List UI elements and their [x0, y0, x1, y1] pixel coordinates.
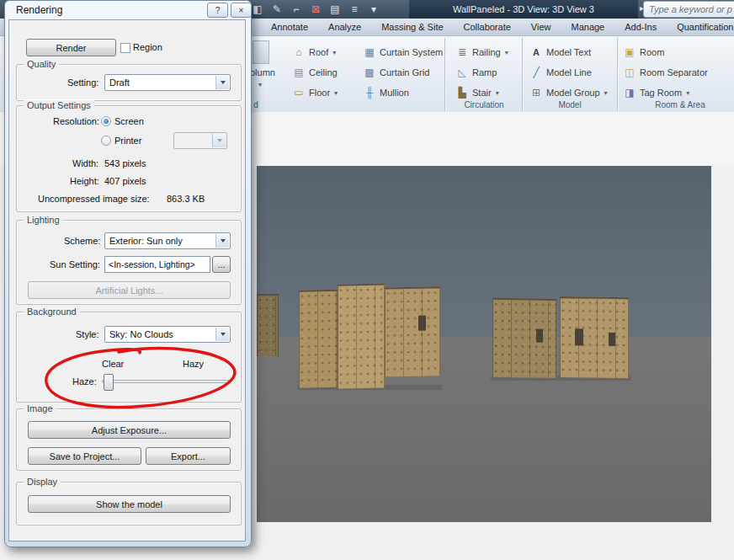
tab-annotate[interactable]: Annotate — [261, 19, 318, 35]
floor-icon: ▭ — [292, 86, 306, 99]
lighting-scheme-select[interactable]: Exterior: Sun only — [104, 232, 231, 249]
show-the-model-button[interactable]: Show the model — [28, 495, 231, 513]
tab-view[interactable]: View — [521, 19, 561, 35]
qat-customize-icon[interactable]: ▾ — [367, 3, 380, 16]
curtain-grid-button[interactable]: ▩ Curtain Grid — [360, 64, 432, 81]
image-size-label: Uncompressed image size: — [38, 194, 150, 204]
quality-setting-value: Draft — [109, 77, 130, 88]
roof-button[interactable]: ⌂ Roof ▾ — [290, 44, 338, 61]
quality-setting-select[interactable]: Draft — [104, 74, 231, 91]
stair-button[interactable]: ▙ Stair ▾ — [453, 84, 502, 101]
background-group-caption: Background — [24, 307, 80, 317]
rendered-panel — [299, 290, 338, 388]
column-dropdown-icon[interactable]: ▾ — [258, 81, 262, 88]
style-label: Style: — [76, 329, 99, 339]
viewport-3d[interactable] — [257, 166, 711, 522]
rendered-panel-group-left — [299, 282, 440, 390]
haze-slider-thumb[interactable] — [104, 374, 114, 391]
background-style-select[interactable]: Sky: No Clouds — [104, 326, 231, 343]
haze-label: Haze: — [72, 376, 97, 387]
ceiling-button[interactable]: ▤ Ceiling — [290, 64, 340, 81]
mullion-label: Mullion — [380, 88, 409, 98]
resolution-screen-radio[interactable] — [101, 116, 111, 126]
tag-room-button[interactable]: ◨ Tag Room ▾ — [620, 84, 692, 101]
width-value: 543 pixels — [104, 158, 146, 168]
stair-label: Stair — [472, 88, 492, 98]
model-text-label: Model Text — [546, 47, 591, 57]
railing-label: Railing — [472, 47, 501, 57]
display-group-caption: Display — [24, 477, 61, 487]
model-text-icon: A — [529, 45, 543, 59]
dialog-controls: ? × — [207, 3, 252, 18]
help-button[interactable]: ? — [207, 3, 228, 18]
tab-analyze[interactable]: Analyze — [318, 19, 371, 35]
model-group-button[interactable]: ⊞ Model Group ▾ — [527, 84, 610, 101]
ramp-label: Ramp — [472, 67, 497, 77]
resolution-printer-radio[interactable] — [101, 136, 111, 146]
height-value: 407 pixels — [104, 176, 146, 186]
column-button-partial[interactable]: olumn — [250, 67, 275, 77]
mullion-icon: ╫ — [363, 86, 376, 99]
room-separator-button[interactable]: ◫ Room Separator — [620, 64, 710, 81]
rendering-dialog: Rendering ? × Render Region Quality Sett… — [4, 0, 252, 547]
screen: WallPaneled - 3D View: 3D View 3 ◧ ✎ ⌐ ⊠… — [0, 0, 734, 560]
floor-button[interactable]: ▭ Floor ▾ — [290, 84, 340, 101]
export-button[interactable]: Export... — [146, 447, 231, 465]
qat-pencil-icon[interactable]: ✎ — [270, 3, 284, 16]
roof-icon: ⌂ — [292, 45, 306, 59]
tag-room-label: Tag Room — [640, 88, 682, 98]
panel-opening — [536, 329, 543, 343]
railing-button[interactable]: ≣ Railing ▾ — [453, 44, 511, 61]
ceiling-label: Ceiling — [309, 67, 338, 77]
model-text-button[interactable]: A Model Text — [527, 44, 593, 61]
panel-opening — [575, 328, 583, 345]
printer-dpi-select — [173, 132, 227, 149]
search-input[interactable]: Type a keyword or p — [643, 1, 734, 18]
qat-thin-lines-icon[interactable]: ≡ — [348, 3, 361, 16]
roof-label: Roof — [309, 47, 328, 57]
screen-label: Screen — [114, 116, 144, 126]
render-button[interactable]: Render — [26, 39, 116, 56]
panel-caption-circulation: Circulation — [447, 99, 521, 111]
mullion-button[interactable]: ╫ Mullion — [360, 84, 412, 101]
roof-dropdown-icon: ▾ — [332, 49, 336, 56]
region-checkbox[interactable] — [120, 43, 130, 53]
model-group-dropdown-icon: ▾ — [604, 89, 608, 97]
curtain-system-button[interactable]: ▦ Curtain System — [360, 44, 445, 61]
window-title-segment: WallPaneled - 3D View: 3D View 3 — [409, 0, 638, 19]
tab-manage[interactable]: Manage — [561, 19, 614, 35]
scheme-label: Scheme: — [64, 236, 100, 246]
lighting-scheme-value: Exterior: Sun only — [109, 236, 183, 246]
quality-group-caption: Quality — [24, 59, 59, 69]
model-line-button[interactable]: ╱ Model Line — [527, 64, 594, 81]
panel-separator — [617, 38, 619, 111]
sun-setting-field[interactable]: <In-session, Lighting> — [104, 256, 210, 273]
close-button[interactable]: × — [231, 3, 252, 18]
resolution-label: Resolution: — [53, 116, 99, 126]
haze-slider[interactable] — [102, 380, 231, 383]
tab-collaborate[interactable]: Collaborate — [454, 19, 521, 35]
room-button[interactable]: ▣ Room — [620, 44, 667, 61]
ramp-button[interactable]: ◺ Ramp — [453, 64, 499, 81]
tab-add-ins[interactable]: Add-Ins — [614, 19, 667, 35]
panel-opening — [418, 316, 426, 331]
adjust-exposure-button[interactable]: Adjust Exposure... — [28, 421, 231, 439]
save-to-project-button[interactable]: Save to Project... — [28, 447, 141, 465]
qat-measure-icon[interactable]: ⌐ — [290, 3, 303, 16]
dialog-title: Rendering — [16, 4, 62, 16]
room-icon: ▣ — [623, 45, 636, 59]
tab-massing-site[interactable]: Massing & Site — [371, 19, 453, 35]
image-group-caption: Image — [24, 403, 56, 413]
rendered-panel-edge — [257, 294, 279, 356]
qat-cube-icon[interactable]: ◧ — [251, 3, 264, 16]
rendered-panel — [492, 298, 556, 378]
tab-quantification[interactable]: Quantification — [667, 19, 734, 35]
background-style-value: Sky: No Clouds — [109, 329, 173, 339]
ceiling-icon: ▤ — [292, 66, 306, 79]
qat-clipboard-icon[interactable]: ▤ — [328, 3, 342, 16]
qat-tag-close-icon[interactable]: ⊠ — [309, 3, 322, 16]
railing-dropdown-icon: ▾ — [505, 49, 508, 56]
chevron-down-icon — [215, 328, 229, 341]
sun-setting-browse-button[interactable]: ... — [212, 256, 231, 273]
region-label: Region — [133, 42, 162, 52]
